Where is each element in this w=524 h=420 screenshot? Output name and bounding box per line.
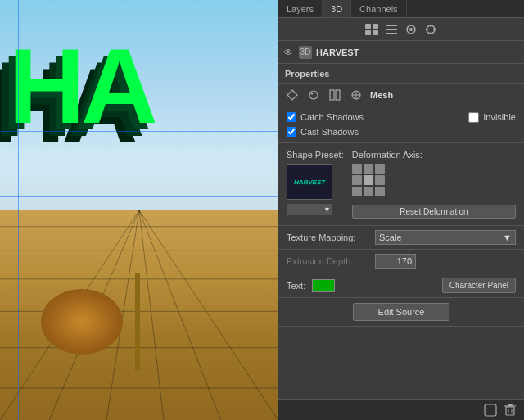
bottom-icon-create[interactable]	[483, 403, 498, 418]
deformation-grid	[352, 164, 516, 196]
tab-3d[interactable]: 3D	[323, 0, 351, 17]
prop-icons-row: Mesh	[278, 84, 524, 106]
text-color-swatch[interactable]	[312, 279, 335, 292]
tab-layers[interactable]: Layers	[278, 0, 323, 17]
checkboxes-block: Catch Shadows Invisible Cast Shadows	[278, 106, 524, 143]
text-row: Text: Character Panel	[278, 273, 524, 298]
def-dot-1[interactable]	[352, 164, 362, 174]
svg-rect-16	[386, 25, 397, 26]
mesh-label: Mesh	[370, 90, 393, 100]
layer-row: 👁 3D HARVEST	[278, 41, 524, 64]
shape-preset-section: Shape Preset: HARVEST ▼ Deformation Axis…	[278, 143, 524, 226]
properties-section: Properties Mesh Catch Shadows	[278, 64, 524, 399]
shape-preset-thumb-text: HARVEST	[294, 178, 325, 186]
invisible-label: Invisible	[483, 112, 516, 122]
edit-source-row: Edit Source	[278, 298, 524, 327]
deformation-axis-label: Deformation Axis:	[352, 150, 516, 160]
svg-rect-35	[506, 407, 514, 415]
catch-shadows-checkbox[interactable]	[287, 112, 296, 122]
layer-visibility-icon[interactable]: 👁	[283, 47, 295, 58]
texture-mapping-label: Texture Mapping:	[287, 233, 368, 242]
invisible-checkbox[interactable]	[468, 112, 479, 123]
layer-type-icon: 3D	[299, 46, 312, 59]
guide-vertical-2	[246, 0, 246, 420]
toolbar-icon-1[interactable]	[364, 21, 380, 38]
def-dot-3[interactable]	[375, 164, 385, 174]
extrusion-depth-input[interactable]	[375, 254, 416, 269]
tab-channels[interactable]: Channels	[351, 0, 406, 17]
guide-horizontal-2	[0, 131, 278, 132]
texture-mapping-row: Texture Mapping: Scale ▼	[278, 226, 524, 250]
bottom-icon-delete[interactable]	[503, 403, 517, 418]
svg-rect-29	[330, 90, 334, 100]
svg-rect-15	[373, 30, 378, 35]
prop-icon-camera[interactable]	[349, 88, 364, 102]
svg-rect-13	[373, 24, 378, 29]
invisible-row: Invisible	[468, 112, 524, 123]
text-label: Text:	[287, 281, 305, 291]
bottom-icons	[278, 399, 524, 420]
svg-marker-26	[287, 90, 297, 100]
def-dot-5[interactable]	[364, 175, 373, 185]
texture-mapping-arrow: ▼	[503, 233, 512, 242]
texture-mapping-value: Scale	[379, 233, 402, 242]
svg-point-27	[309, 91, 318, 99]
right-panel: Layers 3D Channels 👁 3D HARVEST Properti…	[278, 0, 524, 420]
svg-rect-14	[365, 30, 371, 35]
shape-preset-left: Shape Preset: HARVEST ▼	[287, 150, 344, 219]
toolbar-icon-3[interactable]	[403, 21, 419, 38]
shadows-row: Catch Shadows Invisible	[278, 110, 524, 124]
tabs-bar: Layers 3D Channels	[278, 0, 524, 18]
def-dot-6[interactable]	[375, 175, 385, 185]
prop-icon-light[interactable]	[328, 88, 342, 102]
shape-preset-label: Shape Preset:	[287, 150, 344, 160]
layer-name: HARVEST	[316, 47, 359, 57]
shape-preset-thumb[interactable]: HARVEST	[287, 164, 332, 200]
svg-rect-12	[365, 24, 371, 29]
svg-rect-37	[508, 404, 513, 406]
svg-point-20	[409, 28, 413, 31]
guide-horizontal-1	[0, 196, 278, 197]
reset-deformation-button[interactable]: Reset Deformation	[352, 205, 516, 219]
prop-icon-material[interactable]	[306, 88, 321, 102]
texture-mapping-dropdown[interactable]: Scale ▼	[375, 230, 516, 245]
svg-rect-17	[386, 29, 397, 30]
extrusion-depth-row: Extrusion Depth:	[278, 250, 524, 273]
canvas-area: HA	[0, 0, 278, 420]
cast-shadows-row: Cast Shadows	[278, 124, 524, 139]
shape-preset-dropdown[interactable]: ▼	[287, 204, 332, 215]
svg-point-28	[311, 92, 314, 94]
def-dot-9[interactable]	[375, 187, 385, 196]
character-panel-button[interactable]: Character Panel	[442, 278, 516, 293]
def-dot-7[interactable]	[352, 187, 362, 196]
svg-rect-30	[336, 90, 340, 100]
canvas-hay-bale	[41, 289, 123, 355]
def-dot-2[interactable]	[364, 164, 373, 174]
properties-title: Properties	[285, 69, 329, 79]
catch-shadows-row: Catch Shadows	[278, 110, 372, 124]
svg-rect-34	[485, 404, 496, 416]
svg-rect-18	[386, 33, 397, 34]
cast-shadows-checkbox[interactable]	[287, 127, 296, 137]
guide-vertical-1	[18, 0, 19, 420]
properties-header: Properties	[278, 64, 524, 84]
def-dot-4[interactable]	[352, 175, 362, 185]
toolbar-icon-2[interactable]	[383, 21, 400, 38]
catch-shadows-label: Catch Shadows	[300, 112, 364, 122]
canvas-3d-text: HA	[8, 33, 154, 139]
edit-source-button[interactable]: Edit Source	[353, 303, 450, 321]
toolbar-row	[278, 18, 524, 41]
toolbar-icon-4[interactable]	[422, 21, 439, 38]
def-dot-8[interactable]	[364, 187, 373, 196]
canvas-fence	[135, 273, 140, 371]
extrusion-depth-label: Extrusion Depth:	[287, 256, 368, 266]
shape-preset-right: Deformation Axis: Reset Deformation	[352, 150, 516, 219]
prop-icon-scene[interactable]	[285, 88, 300, 102]
cast-shadows-label: Cast Shadows	[300, 127, 359, 137]
